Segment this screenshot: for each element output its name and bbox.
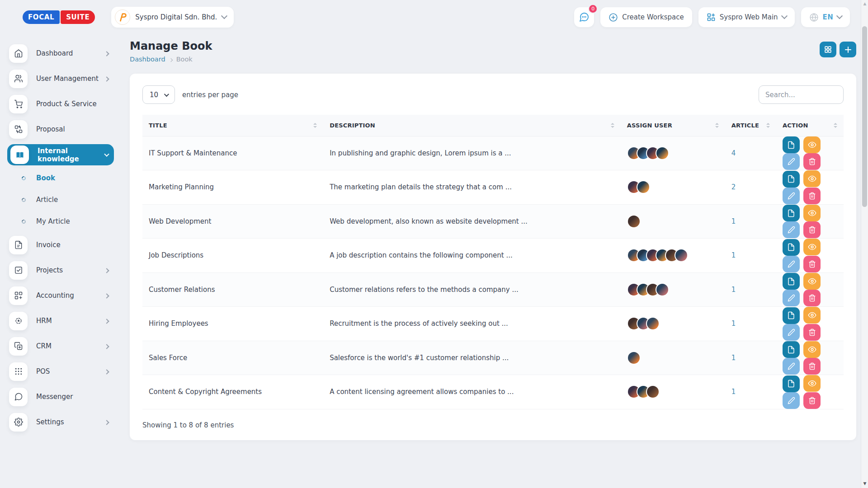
row-delete-button[interactable] — [803, 392, 821, 409]
article-count-link[interactable]: 1 — [731, 217, 736, 225]
row-view-button[interactable] — [803, 273, 821, 290]
row-view-button[interactable] — [803, 136, 821, 153]
row-edit-button[interactable] — [783, 221, 800, 238]
row-file-button[interactable] — [783, 307, 800, 324]
sidebar-item-label: Invoice — [36, 241, 114, 249]
row-edit-button[interactable] — [783, 358, 800, 375]
article-count-link[interactable]: 1 — [731, 388, 736, 396]
row-edit-button[interactable] — [783, 392, 800, 409]
language-selector[interactable]: EN — [801, 7, 850, 27]
action-cell — [776, 272, 844, 307]
sidebar-subitem-article[interactable]: Article — [9, 189, 118, 211]
chat-icon — [579, 12, 590, 23]
row-edit-button[interactable] — [783, 153, 800, 170]
column-header-description[interactable]: DESCRIPTION — [323, 115, 621, 136]
assigned-users-cell — [621, 170, 725, 205]
sidebar-item-settings[interactable]: Settings — [9, 409, 114, 435]
sidebar-item-user-management[interactable]: User Management — [9, 66, 114, 91]
scroll-down-button[interactable]: ▼ — [861, 480, 868, 487]
focal-suite-logo[interactable]: FOCAL SUITE — [23, 10, 95, 24]
row-file-button[interactable] — [783, 273, 800, 290]
article-count-link[interactable]: 1 — [731, 286, 736, 294]
row-delete-button[interactable] — [803, 290, 821, 306]
app-selector-label: Syspro Web Main — [720, 13, 778, 21]
chevron-right-icon — [105, 367, 108, 375]
row-view-button[interactable] — [803, 307, 821, 324]
scrollbar-thumb[interactable] — [862, 26, 867, 207]
article-count-link[interactable]: 1 — [731, 319, 736, 328]
sidebar-item-hrm[interactable]: HRM — [9, 308, 114, 333]
column-label: TITLE — [149, 122, 167, 129]
app-selector[interactable]: Syspro Web Main — [698, 7, 795, 27]
chevron-down-icon — [221, 13, 227, 19]
sidebar-item-projects[interactable]: Projects — [9, 258, 114, 283]
avatar-group — [627, 317, 719, 330]
row-view-button[interactable] — [803, 375, 821, 392]
row-edit-button[interactable] — [783, 290, 800, 306]
row-delete-button[interactable] — [803, 358, 821, 375]
sidebar-subitem-book[interactable]: Book — [9, 167, 118, 189]
assigned-users-cell — [621, 136, 725, 170]
column-header-title[interactable]: TITLE — [142, 115, 323, 136]
search-input[interactable] — [759, 85, 844, 104]
book-title: Job Descriptions — [142, 239, 323, 273]
sidebar-subitem-my-article[interactable]: My Article — [9, 211, 118, 232]
chevron-right-icon — [105, 291, 108, 300]
grid-view-button[interactable] — [820, 42, 836, 57]
row-edit-button[interactable] — [783, 188, 800, 204]
sidebar-item-label: Projects — [36, 266, 105, 274]
row-file-button[interactable] — [783, 341, 800, 358]
column-header-assign-user[interactable]: ASSIGN USER — [621, 115, 725, 136]
workspace-selector[interactable]: Syspro Digital Sdn. Bhd. — [111, 7, 234, 28]
sidebar-item-invoice[interactable]: Invoice — [9, 232, 114, 258]
notification-badge: 0 — [588, 4, 598, 14]
article-count-link[interactable]: 2 — [731, 183, 736, 191]
article-count-link[interactable]: 1 — [731, 354, 736, 362]
dots-grid-icon — [9, 362, 28, 381]
row-delete-button[interactable] — [803, 324, 821, 341]
row-file-button[interactable] — [783, 375, 800, 392]
row-delete-button[interactable] — [803, 221, 821, 238]
row-file-button[interactable] — [783, 171, 800, 188]
chevron-right-icon — [105, 342, 108, 350]
avatar — [675, 249, 688, 262]
check-square-icon — [9, 261, 28, 280]
row-delete-button[interactable] — [803, 188, 821, 204]
row-delete-button[interactable] — [803, 153, 821, 170]
sidebar-item-pos[interactable]: POS — [9, 359, 114, 384]
create-workspace-button[interactable]: Create Workspace — [600, 7, 692, 27]
sidebar-item-label: POS — [36, 367, 105, 375]
row-view-button[interactable] — [803, 239, 821, 255]
sidebar-item-dashboard[interactable]: Dashboard — [9, 41, 114, 66]
breadcrumb-dashboard-link[interactable]: Dashboard — [130, 56, 165, 63]
vertical-scrollbar: ▲ ▼ — [861, 0, 868, 488]
row-view-button[interactable] — [803, 170, 821, 187]
entries-per-page-select[interactable]: 10 — [142, 85, 175, 104]
sidebar-item-internal-knowledge[interactable]: Internal knowledge — [7, 144, 114, 165]
avatar — [627, 215, 641, 228]
row-file-button[interactable] — [783, 239, 800, 256]
row-delete-button[interactable] — [803, 256, 821, 272]
sidebar-item-label: Product & Service — [36, 100, 114, 108]
sidebar-item-crm[interactable]: CRM — [9, 333, 114, 359]
column-header-article[interactable]: ARTICLE — [725, 115, 776, 136]
add-book-button[interactable] — [840, 42, 856, 57]
row-edit-button[interactable] — [783, 324, 800, 341]
sidebar-item-proposal[interactable]: Proposal — [9, 117, 114, 142]
sidebar-item-messenger[interactable]: Messenger — [9, 384, 114, 409]
messages-button[interactable]: 0 — [574, 7, 594, 27]
row-view-button[interactable] — [803, 205, 821, 221]
row-file-button[interactable] — [783, 205, 800, 221]
column-header-action[interactable]: ACTION — [776, 115, 844, 136]
sort-icon — [310, 123, 317, 128]
scroll-up-button[interactable]: ▲ — [861, 0, 868, 7]
sidebar-item-label: HRM — [36, 317, 105, 325]
sidebar-item-accounting[interactable]: Accounting — [9, 283, 114, 308]
row-edit-button[interactable] — [783, 256, 800, 272]
article-count-link[interactable]: 4 — [731, 149, 736, 157]
sidebar-item-product-service[interactable]: Product & Service — [9, 91, 114, 117]
row-view-button[interactable] — [803, 341, 821, 358]
book-description: The marketing plan details the strategy … — [323, 170, 621, 205]
article-count-link[interactable]: 1 — [731, 251, 736, 259]
row-file-button[interactable] — [783, 136, 800, 153]
